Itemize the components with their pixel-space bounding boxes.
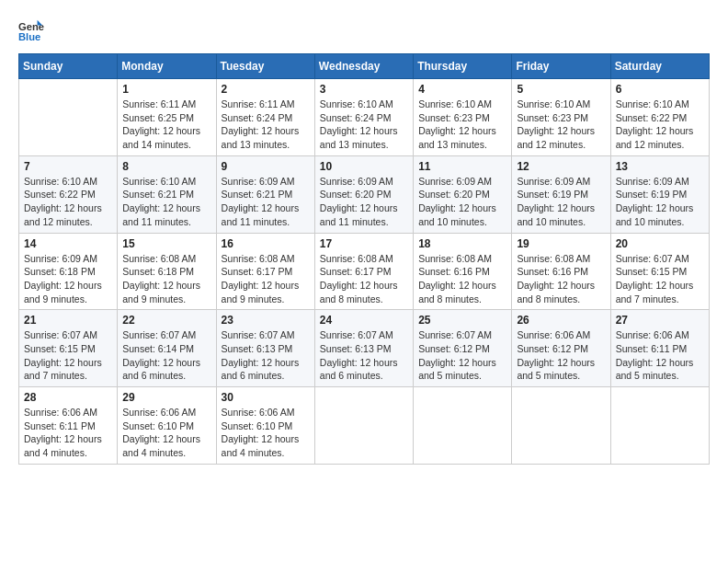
day-info: Sunrise: 6:09 AMSunset: 6:19 PMDaylight:… (517, 175, 605, 229)
day-info: Sunrise: 6:08 AMSunset: 6:17 PMDaylight:… (320, 252, 408, 306)
calendar-cell: 21 Sunrise: 6:07 AMSunset: 6:15 PMDaylig… (19, 310, 118, 387)
day-info: Sunrise: 6:06 AMSunset: 6:12 PMDaylight:… (517, 328, 605, 383)
calendar-cell: 3 Sunrise: 6:10 AMSunset: 6:24 PMDayligh… (314, 79, 413, 156)
day-info: Sunrise: 6:10 AMSunset: 6:23 PMDaylight:… (517, 98, 605, 152)
day-info: Sunrise: 6:06 AMSunset: 6:10 PMDaylight:… (122, 406, 210, 460)
calendar-week-1: 1 Sunrise: 6:11 AMSunset: 6:25 PMDayligh… (19, 79, 710, 156)
column-header-thursday: Thursday (414, 54, 512, 79)
day-number: 18 (418, 237, 506, 250)
day-info: Sunrise: 6:09 AMSunset: 6:20 PMDaylight:… (418, 175, 506, 229)
day-info: Sunrise: 6:07 AMSunset: 6:12 PMDaylight:… (418, 328, 506, 383)
day-number: 16 (222, 237, 310, 250)
day-info: Sunrise: 6:09 AMSunset: 6:19 PMDaylight:… (616, 175, 704, 229)
day-number: 2 (222, 83, 310, 96)
calendar-cell: 10 Sunrise: 6:09 AMSunset: 6:20 PMDaylig… (314, 155, 413, 233)
calendar-week-4: 21 Sunrise: 6:07 AMSunset: 6:15 PMDaylig… (19, 310, 710, 387)
calendar-cell: 4 Sunrise: 6:10 AMSunset: 6:23 PMDayligh… (414, 79, 512, 156)
day-info: Sunrise: 6:08 AMSunset: 6:16 PMDaylight:… (517, 252, 605, 306)
logo-icon: General Blue (18, 18, 44, 44)
day-number: 10 (320, 160, 408, 173)
calendar-cell: 8 Sunrise: 6:10 AMSunset: 6:21 PMDayligh… (118, 155, 216, 233)
day-info: Sunrise: 6:07 AMSunset: 6:13 PMDaylight:… (320, 328, 408, 383)
calendar-week-5: 28 Sunrise: 6:06 AMSunset: 6:11 PMDaylig… (19, 387, 710, 465)
day-number: 29 (122, 391, 210, 404)
calendar-cell: 22 Sunrise: 6:07 AMSunset: 6:14 PMDaylig… (118, 310, 216, 387)
day-info: Sunrise: 6:10 AMSunset: 6:23 PMDaylight:… (418, 98, 506, 152)
day-number: 3 (320, 83, 408, 96)
calendar-cell: 29 Sunrise: 6:06 AMSunset: 6:10 PMDaylig… (118, 387, 216, 465)
day-number: 20 (616, 237, 704, 250)
calendar-cell: 25 Sunrise: 6:07 AMSunset: 6:12 PMDaylig… (414, 310, 512, 387)
calendar: SundayMondayTuesdayWednesdayThursdayFrid… (18, 53, 710, 465)
day-info: Sunrise: 6:09 AMSunset: 6:20 PMDaylight:… (320, 175, 408, 229)
day-info: Sunrise: 6:08 AMSunset: 6:16 PMDaylight:… (418, 252, 506, 306)
day-number: 19 (517, 237, 605, 250)
column-header-saturday: Saturday (610, 54, 709, 79)
day-info: Sunrise: 6:06 AMSunset: 6:10 PMDaylight:… (222, 406, 310, 460)
day-number: 14 (24, 237, 112, 250)
column-header-tuesday: Tuesday (216, 54, 314, 79)
column-header-sunday: Sunday (19, 54, 118, 79)
calendar-cell: 26 Sunrise: 6:06 AMSunset: 6:12 PMDaylig… (512, 310, 610, 387)
calendar-week-3: 14 Sunrise: 6:09 AMSunset: 6:18 PMDaylig… (19, 233, 710, 310)
day-info: Sunrise: 6:11 AMSunset: 6:24 PMDaylight:… (222, 98, 310, 152)
day-number: 23 (222, 314, 310, 327)
day-number: 8 (122, 160, 210, 173)
day-number: 28 (24, 391, 112, 404)
calendar-week-2: 7 Sunrise: 6:10 AMSunset: 6:22 PMDayligh… (19, 155, 710, 233)
calendar-header-row: SundayMondayTuesdayWednesdayThursdayFrid… (19, 54, 710, 79)
column-header-wednesday: Wednesday (314, 54, 413, 79)
calendar-cell (314, 387, 413, 465)
calendar-cell: 28 Sunrise: 6:06 AMSunset: 6:11 PMDaylig… (19, 387, 118, 465)
calendar-cell: 2 Sunrise: 6:11 AMSunset: 6:24 PMDayligh… (216, 79, 314, 156)
column-header-friday: Friday (512, 54, 610, 79)
calendar-cell (19, 79, 118, 156)
day-number: 1 (122, 83, 210, 96)
day-info: Sunrise: 6:09 AMSunset: 6:21 PMDaylight:… (222, 175, 310, 229)
calendar-cell: 14 Sunrise: 6:09 AMSunset: 6:18 PMDaylig… (19, 233, 118, 310)
calendar-cell: 30 Sunrise: 6:06 AMSunset: 6:10 PMDaylig… (216, 387, 314, 465)
svg-text:Blue: Blue (18, 31, 40, 42)
day-info: Sunrise: 6:11 AMSunset: 6:25 PMDaylight:… (122, 98, 210, 152)
day-number: 6 (616, 83, 704, 96)
day-info: Sunrise: 6:06 AMSunset: 6:11 PMDaylight:… (24, 406, 112, 460)
calendar-cell: 12 Sunrise: 6:09 AMSunset: 6:19 PMDaylig… (512, 155, 610, 233)
day-info: Sunrise: 6:07 AMSunset: 6:15 PMDaylight:… (24, 328, 112, 383)
day-info: Sunrise: 6:09 AMSunset: 6:18 PMDaylight:… (24, 252, 112, 306)
calendar-cell: 27 Sunrise: 6:06 AMSunset: 6:11 PMDaylig… (610, 310, 709, 387)
calendar-cell (512, 387, 610, 465)
day-number: 22 (122, 314, 210, 327)
day-number: 25 (418, 314, 506, 327)
calendar-cell: 17 Sunrise: 6:08 AMSunset: 6:17 PMDaylig… (314, 233, 413, 310)
day-info: Sunrise: 6:06 AMSunset: 6:11 PMDaylight:… (616, 328, 704, 383)
day-info: Sunrise: 6:08 AMSunset: 6:17 PMDaylight:… (222, 252, 310, 306)
day-info: Sunrise: 6:08 AMSunset: 6:18 PMDaylight:… (122, 252, 210, 306)
logo: General Blue (18, 18, 48, 44)
day-info: Sunrise: 6:07 AMSunset: 6:13 PMDaylight:… (222, 328, 310, 383)
day-number: 15 (122, 237, 210, 250)
day-number: 27 (616, 314, 704, 327)
day-info: Sunrise: 6:07 AMSunset: 6:15 PMDaylight:… (616, 252, 704, 306)
calendar-cell: 19 Sunrise: 6:08 AMSunset: 6:16 PMDaylig… (512, 233, 610, 310)
calendar-cell: 24 Sunrise: 6:07 AMSunset: 6:13 PMDaylig… (314, 310, 413, 387)
day-number: 4 (418, 83, 506, 96)
day-info: Sunrise: 6:10 AMSunset: 6:21 PMDaylight:… (122, 175, 210, 229)
day-number: 5 (517, 83, 605, 96)
day-number: 17 (320, 237, 408, 250)
svg-text:General: General (18, 21, 44, 32)
calendar-cell: 13 Sunrise: 6:09 AMSunset: 6:19 PMDaylig… (610, 155, 709, 233)
calendar-cell: 7 Sunrise: 6:10 AMSunset: 6:22 PMDayligh… (19, 155, 118, 233)
calendar-cell: 9 Sunrise: 6:09 AMSunset: 6:21 PMDayligh… (216, 155, 314, 233)
day-number: 7 (24, 160, 112, 173)
calendar-cell: 23 Sunrise: 6:07 AMSunset: 6:13 PMDaylig… (216, 310, 314, 387)
day-number: 13 (616, 160, 704, 173)
calendar-cell: 11 Sunrise: 6:09 AMSunset: 6:20 PMDaylig… (414, 155, 512, 233)
calendar-cell: 6 Sunrise: 6:10 AMSunset: 6:22 PMDayligh… (610, 79, 709, 156)
day-number: 24 (320, 314, 408, 327)
calendar-cell (610, 387, 709, 465)
day-info: Sunrise: 6:10 AMSunset: 6:24 PMDaylight:… (320, 98, 408, 152)
calendar-cell (414, 387, 512, 465)
calendar-cell: 5 Sunrise: 6:10 AMSunset: 6:23 PMDayligh… (512, 79, 610, 156)
day-number: 26 (517, 314, 605, 327)
day-number: 12 (517, 160, 605, 173)
